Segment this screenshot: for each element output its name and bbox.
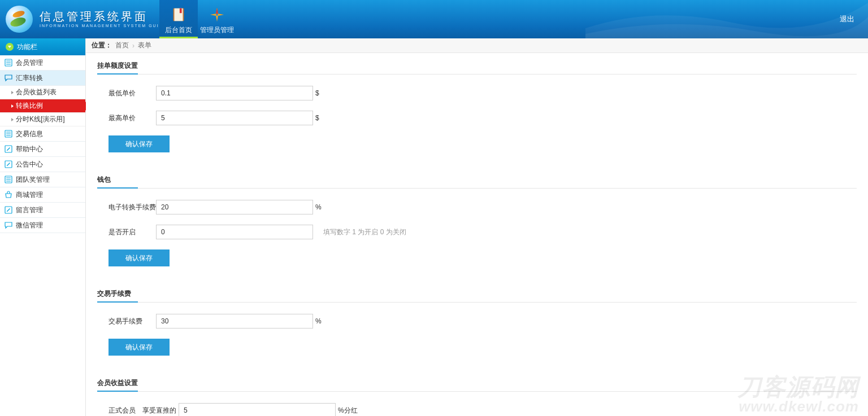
edit-icon <box>5 145 12 153</box>
top-tabs: 后台首页 管理员管理 <box>159 0 236 38</box>
section-title: 挂单额度设置 <box>97 61 857 75</box>
sidebar-item-label: 留言管理 <box>16 205 43 215</box>
content: 挂单额度设置 最低单价 $ 最高单价 $ 确认保存 钱包 电子转换手续费 <box>86 53 868 416</box>
logo-icon <box>6 6 33 33</box>
enable-input[interactable] <box>156 225 313 239</box>
svg-point-5 <box>216 14 218 16</box>
sidebar-sub-kline[interactable]: 分时K线[演示用] <box>0 113 85 126</box>
sidebar-item-label: 团队奖管理 <box>16 175 50 185</box>
form-label: 最高单价 <box>108 113 156 123</box>
sidebar-item-member[interactable]: 会员管理 <box>0 55 85 71</box>
inline-label: 享受直推的 <box>142 406 176 415</box>
chat-icon <box>5 74 12 82</box>
form-row-max-price: 最高单价 $ <box>97 111 857 125</box>
app-title: 信息管理系统界面 <box>40 11 159 22</box>
list-icon <box>5 176 12 183</box>
save-button[interactable]: 确认保存 <box>108 135 170 152</box>
unit-suffix: % <box>315 203 322 211</box>
tab-admin[interactable]: 管理员管理 <box>198 0 236 38</box>
form-row-e-fee: 电子转换手续费 % <box>97 200 857 214</box>
app-header: 信息管理系统界面 INFORMATION MANAGEMENT SYSTEM G… <box>0 0 868 38</box>
save-button[interactable]: 确认保存 <box>108 249 170 266</box>
form-row-enable: 是否开启 填写数字 1 为开启 0 为关闭 <box>97 225 857 239</box>
breadcrumb-part[interactable]: 首页 <box>115 41 129 50</box>
shop-icon <box>5 191 12 199</box>
form-row-trade-fee: 交易手续费 % <box>97 314 857 329</box>
max-price-input[interactable] <box>156 111 313 125</box>
unit-suffix: $ <box>315 89 319 97</box>
book-icon <box>170 6 187 23</box>
sidebar-item-label: 交易信息 <box>16 129 43 139</box>
sidebar-item-label: 公告中心 <box>16 160 43 169</box>
sidebar-sub-income-list[interactable]: 会员收益列表 <box>0 86 85 99</box>
svg-rect-2 <box>179 8 181 13</box>
logout-link[interactable]: 退出 <box>840 14 854 24</box>
save-button[interactable]: 确认保存 <box>108 339 170 356</box>
sidebar-item-trade[interactable]: 交易信息 <box>0 126 85 142</box>
header-right: 退出 <box>840 0 868 38</box>
sidebar-sub-label: 会员收益列表 <box>16 87 57 97</box>
edit-icon <box>5 206 12 214</box>
sidebar-title[interactable]: 功能栏 <box>0 38 85 55</box>
form-row-min-price: 最低单价 $ <box>97 86 857 100</box>
sidebar: 功能栏 会员管理 汇率转换 会员收益列表 转换比例 分时K线[演示用] 交易信息… <box>0 38 86 416</box>
trade-fee-input[interactable] <box>156 314 313 329</box>
chat-icon <box>5 221 12 229</box>
breadcrumb-part: 表单 <box>138 41 151 50</box>
sidebar-item-label: 商城管理 <box>16 190 43 200</box>
section-title: 钱包 <box>97 175 857 189</box>
min-price-input[interactable] <box>156 86 313 100</box>
sidebar-item-rate[interactable]: 汇率转换 <box>0 71 85 86</box>
sidebar-item-label: 微信管理 <box>16 221 43 230</box>
section-title: 会员收益设置 <box>97 378 857 392</box>
tab-label: 后台首页 <box>165 25 192 35</box>
section-order-limit: 挂单额度设置 最低单价 $ 最高单价 $ 确认保存 <box>97 61 857 152</box>
sidebar-item-label: 会员管理 <box>16 58 43 68</box>
form-label: 交易手续费 <box>108 317 156 326</box>
form-label: 最低单价 <box>108 89 156 98</box>
unit-suffix: %分红 <box>338 406 358 415</box>
form-label: 正式会员 <box>108 406 142 415</box>
sidebar-item-help[interactable]: 帮助中心 <box>0 142 85 157</box>
form-label: 电子转换手续费 <box>108 203 156 212</box>
form-hint: 填写数字 1 为开启 0 为关闭 <box>323 227 406 237</box>
sidebar-sub-label: 转换比例 <box>16 101 43 111</box>
breadcrumb-prefix: 位置： <box>92 41 112 50</box>
edit-icon <box>5 160 12 168</box>
form-label: 是否开启 <box>108 227 156 237</box>
breadcrumb: 位置： 首页 › 表单 <box>86 38 868 53</box>
sidebar-item-message[interactable]: 留言管理 <box>0 203 85 218</box>
logo-text: 信息管理系统界面 INFORMATION MANAGEMENT SYSTEM G… <box>40 11 159 28</box>
main-area[interactable]: 位置： 首页 › 表单 挂单额度设置 最低单价 $ 最高单价 $ 确认保存 <box>86 38 868 416</box>
sidebar-item-label: 帮助中心 <box>16 144 43 154</box>
sidebar-sub-convert-ratio[interactable]: 转换比例 <box>0 99 85 113</box>
sidebar-item-wechat[interactable]: 微信管理 <box>0 218 85 233</box>
list-icon <box>5 130 12 138</box>
app-subtitle: INFORMATION MANAGEMENT SYSTEM GUI <box>40 24 159 28</box>
section-trade-fee: 交易手续费 交易手续费 % 确认保存 <box>97 289 857 356</box>
sidebar-item-notice[interactable]: 公告中心 <box>0 157 85 172</box>
breadcrumb-sep: › <box>132 42 134 50</box>
sidebar-item-mall[interactable]: 商城管理 <box>0 187 85 203</box>
form-row-member-income: 正式会员 享受直推的 %分红 <box>97 403 857 416</box>
logo-area: 信息管理系统界面 INFORMATION MANAGEMENT SYSTEM G… <box>0 0 159 38</box>
section-member-income: 会员收益设置 正式会员 享受直推的 %分红 <box>97 378 857 416</box>
compass-icon <box>209 6 225 23</box>
chevron-down-icon <box>6 43 14 51</box>
unit-suffix: $ <box>315 114 319 122</box>
sidebar-title-label: 功能栏 <box>17 42 37 52</box>
sidebar-sub-label: 分时K线[演示用] <box>16 115 65 124</box>
e-fee-input[interactable] <box>156 200 313 214</box>
list-icon <box>5 59 12 67</box>
tab-label: 管理员管理 <box>200 25 234 35</box>
sidebar-item-team[interactable]: 团队奖管理 <box>0 172 85 187</box>
unit-suffix: % <box>315 317 322 325</box>
sidebar-item-label: 汇率转换 <box>16 73 43 83</box>
section-wallet: 钱包 电子转换手续费 % 是否开启 填写数字 1 为开启 0 为关闭 确认保存 <box>97 175 857 266</box>
tab-home[interactable]: 后台首页 <box>159 0 198 38</box>
header-wave-decoration <box>585 0 868 38</box>
member-income-input[interactable] <box>179 403 336 416</box>
section-title: 交易手续费 <box>97 289 857 303</box>
